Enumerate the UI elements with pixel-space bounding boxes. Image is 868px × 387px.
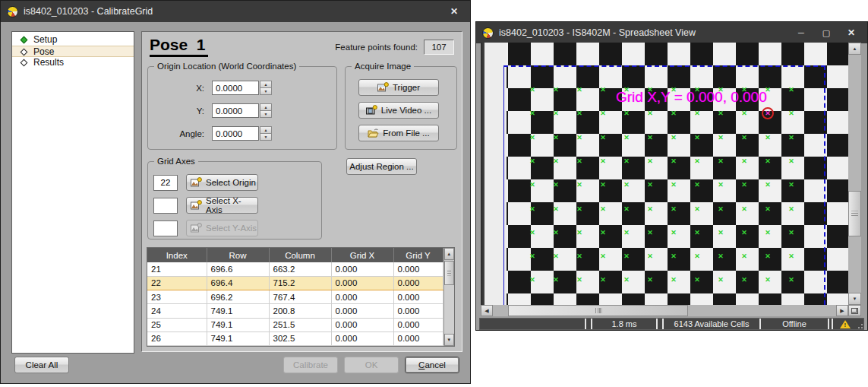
spin-down-icon[interactable]: ▼ <box>260 88 272 95</box>
vertical-scrollbar[interactable]: ▲ ▼ <box>848 43 861 305</box>
scroll-down-icon[interactable]: ▼ <box>848 293 861 305</box>
feature-points-count: 107 <box>424 40 454 55</box>
feature-point-mark: ✕ <box>600 253 606 260</box>
scroll-left-icon[interactable]: ◀ <box>481 305 493 316</box>
feature-point-mark: ✕ <box>741 110 747 117</box>
scroll-up-icon[interactable]: ▲ <box>848 43 861 55</box>
table-row[interactable]: 26749.1302.50.0000.000 <box>147 331 443 345</box>
col-header-grid-x[interactable]: Grid X <box>331 248 393 262</box>
maximize-icon[interactable]: ▢ <box>816 26 836 40</box>
display-options-button[interactable] <box>848 305 861 316</box>
spin-up-icon[interactable]: ▲ <box>260 81 272 88</box>
x-spinner[interactable]: ▲▼ <box>260 81 272 95</box>
feature-point-mark: ✕ <box>553 87 559 94</box>
angle-spinner[interactable]: ▲▼ <box>260 126 272 141</box>
camera-image-viewport[interactable]: ✕✕✕✕✕✕✕✕✕✕✕✕✕✕✕✕✕✕✕✕✕✕✕✕✕✕✕✕✕✕✕✕✕✕✕✕✕✕✕✕… <box>481 43 848 305</box>
feature-point-mark: ✕ <box>694 229 700 236</box>
feature-point-mark: ✕ <box>623 253 630 260</box>
clear-all-button[interactable]: Clear All <box>14 357 69 373</box>
feature-point-mark: ✕ <box>647 182 653 189</box>
feature-point-mark: ✕ <box>741 253 747 260</box>
feature-point-mark: ✕ <box>576 277 582 284</box>
feature-point-mark: ✕ <box>576 205 582 212</box>
diamond-pending-icon <box>21 49 28 56</box>
grid-coordinates-overlay: Grid X,Y = 0.000, 0.000 <box>616 89 767 106</box>
from-file-button[interactable]: From File ... <box>358 125 439 141</box>
horizontal-scrollbar[interactable]: ◀ ▶ <box>481 305 848 316</box>
col-header-column[interactable]: Column <box>269 248 331 262</box>
camera-picture-icon <box>191 223 202 233</box>
x-field[interactable] <box>212 81 259 95</box>
table-row[interactable]: 25749.1251.50.0000.000 <box>147 318 443 331</box>
spin-up-icon[interactable]: ▲ <box>260 103 272 111</box>
scroll-right-icon[interactable]: ▶ <box>836 305 848 316</box>
scroll-up-icon[interactable]: ▲ <box>444 248 455 260</box>
table-cell: 0.000 <box>393 331 443 345</box>
feature-point-mark: ✕ <box>788 87 794 94</box>
spin-down-icon[interactable]: ▼ <box>260 111 272 118</box>
status-message-segment <box>480 319 585 329</box>
scrollbar-thumb[interactable] <box>444 261 455 285</box>
feature-point-mark: ✕ <box>600 182 606 189</box>
close-icon[interactable]: ✕ <box>841 26 861 40</box>
table-row[interactable]: 23696.2767.40.0000.000 <box>147 290 443 304</box>
tree-item-setup[interactable]: Setup <box>12 34 134 46</box>
feature-point-mark: ✕ <box>718 134 724 141</box>
group-title: Grid Axes <box>154 156 198 167</box>
feature-point-mark: ✕ <box>576 157 582 164</box>
acquire-image-group: Acquire Image Trigger Live V <box>345 66 457 150</box>
table-cell: 25 <box>147 318 207 331</box>
y-spinner[interactable]: ▲▼ <box>260 103 272 118</box>
feature-point-mark: ✕ <box>718 157 724 164</box>
insight-app-icon <box>7 6 18 17</box>
resize-grip[interactable] <box>857 319 863 329</box>
col-header-index[interactable]: Index <box>147 248 207 262</box>
insight-app-icon <box>482 27 494 39</box>
origin-index-field[interactable] <box>153 175 178 191</box>
live-video-button[interactable]: Live Video ... <box>358 102 439 119</box>
feature-point-mark: ✕ <box>529 157 535 164</box>
button-label: From File ... <box>383 128 429 138</box>
trigger-button[interactable]: Trigger <box>358 79 439 96</box>
connection-status: Offline <box>761 319 828 329</box>
tree-item-pose[interactable]: Pose <box>12 46 134 57</box>
spreadsheet-title-bar[interactable]: is8402_010203 - IS8402M - Spreadsheet Vi… <box>476 22 867 43</box>
button-label: Cancel <box>418 360 446 370</box>
select-x-axis-button[interactable]: Select X-Axis <box>186 197 258 214</box>
feature-point-mark: ✕ <box>623 134 630 141</box>
feature-point-mark: ✕ <box>623 157 630 164</box>
spin-up-icon[interactable]: ▲ <box>260 126 272 134</box>
x-axis-index-field[interactable] <box>153 198 178 214</box>
adjust-region-button[interactable]: Adjust Region ... <box>346 158 417 175</box>
cancel-button[interactable]: Cancel <box>405 357 459 373</box>
feature-point-mark: ✕ <box>671 205 677 212</box>
tree-item-results[interactable]: Results <box>12 57 134 68</box>
table-row[interactable]: 24749.1200.80.0000.000 <box>147 304 443 318</box>
table-cell: 302.5 <box>269 331 331 345</box>
y-field[interactable] <box>212 103 259 118</box>
col-header-row[interactable]: Row <box>207 248 269 262</box>
tree-item-label: Results <box>33 57 64 68</box>
minimize-icon[interactable]: ─ <box>791 26 811 40</box>
angle-field[interactable] <box>212 126 259 141</box>
table-cell: 696.6 <box>207 262 269 276</box>
feature-point-mark: ✕ <box>671 134 677 141</box>
scrollbar-thumb[interactable] <box>508 305 688 316</box>
table-cell: 663.2 <box>269 262 331 276</box>
table-row[interactable]: 22696.4715.20.0000.000 <box>147 276 443 290</box>
scrollbar-thumb[interactable] <box>848 191 861 236</box>
feature-point-mark: ✕ <box>788 157 794 164</box>
warning-indicator[interactable]: ! <box>833 319 857 329</box>
spin-down-icon[interactable]: ▼ <box>260 134 272 141</box>
window-title: is8402_010203 - CalibrateGrid <box>24 6 439 17</box>
scroll-down-icon[interactable]: ▼ <box>444 334 455 346</box>
warning-icon: ! <box>840 320 851 328</box>
feature-point-mark: ✕ <box>529 277 535 284</box>
calibrate-title-bar[interactable]: is8402_010203 - CalibrateGrid ✕ <box>1 1 470 22</box>
col-header-grid-y[interactable]: Grid Y <box>393 248 443 262</box>
feature-point-mark: ✕ <box>600 110 606 117</box>
table-scrollbar[interactable]: ▲ ▼ <box>443 248 455 346</box>
select-origin-button[interactable]: Select Origin <box>186 174 258 191</box>
close-icon[interactable]: ✕ <box>444 5 464 18</box>
table-row[interactable]: 21696.6663.20.0000.000 <box>147 262 443 276</box>
